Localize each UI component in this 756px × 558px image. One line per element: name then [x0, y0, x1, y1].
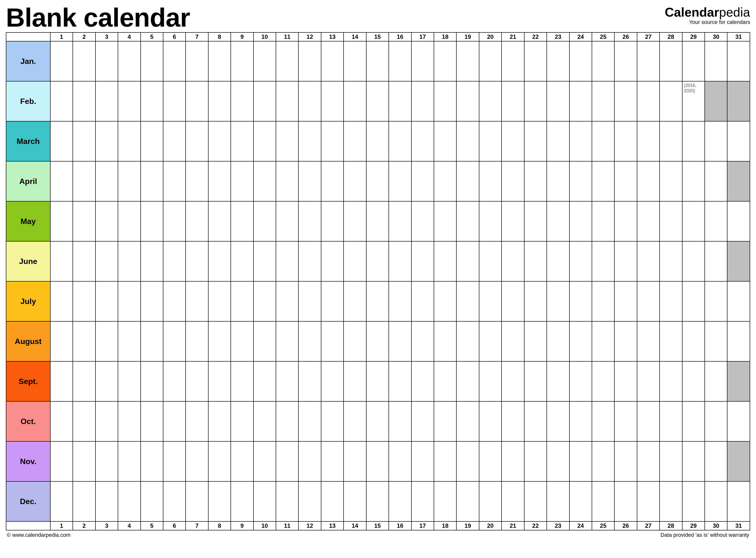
day-cell: [73, 81, 95, 121]
day-cell: [321, 121, 344, 161]
day-cell: [456, 161, 479, 201]
day-cell: [456, 401, 479, 441]
day-cell: [434, 81, 456, 121]
day-cell: [344, 361, 366, 401]
day-cell: [727, 41, 750, 81]
day-cell: [592, 161, 614, 201]
day-cell: [569, 81, 592, 121]
day-cell: [253, 161, 276, 201]
day-cell: [637, 441, 660, 481]
day-cell: [660, 161, 682, 201]
day-cell: [321, 441, 344, 481]
day-cell: [96, 401, 118, 441]
day-cell: [141, 241, 163, 281]
day-cell: [614, 361, 637, 401]
day-cell: [231, 241, 253, 281]
day-cell: [524, 201, 547, 241]
day-cell: [186, 441, 208, 481]
day-cell: [298, 401, 321, 441]
day-cell: [524, 401, 547, 441]
day-cell: [524, 81, 547, 121]
footer-day: 16: [389, 522, 411, 530]
month-row: June: [6, 241, 750, 281]
day-cell: [366, 441, 389, 481]
day-cell: [141, 481, 163, 522]
day-cell: [186, 361, 208, 401]
day-cell: [163, 441, 186, 481]
day-cell: [569, 41, 592, 81]
day-cell: [660, 281, 682, 321]
day-cell: [141, 441, 163, 481]
month-label: June: [6, 241, 50, 281]
header-day: 28: [660, 32, 682, 41]
day-cell: [547, 321, 569, 361]
day-cell: [141, 321, 163, 361]
day-cell: [321, 281, 344, 321]
day-cell: [321, 361, 344, 401]
day-cell: [253, 361, 276, 401]
day-cell: [479, 321, 502, 361]
day-cell: [502, 81, 524, 121]
footer-day: 18: [434, 522, 456, 530]
day-cell: [73, 161, 95, 201]
day-cell: [163, 481, 186, 522]
day-cell: [614, 441, 637, 481]
month-row: March: [6, 121, 750, 161]
day-cell: [614, 41, 637, 81]
day-cell: [637, 401, 660, 441]
footer-day: 5: [141, 522, 163, 530]
day-cell-disabled: [727, 81, 750, 121]
month-row: Jan.: [6, 41, 750, 81]
day-cell: [434, 281, 456, 321]
day-cell: [231, 161, 253, 201]
day-cell: [727, 281, 750, 321]
header-day: 5: [141, 32, 163, 41]
day-cell: [705, 281, 727, 321]
day-cell: [321, 321, 344, 361]
day-cell: [276, 161, 298, 201]
header-day: 24: [569, 32, 592, 41]
day-cell: [96, 41, 118, 81]
day-cell: [569, 161, 592, 201]
day-cell: [208, 321, 231, 361]
footer-day: 3: [96, 522, 118, 530]
day-cell: [253, 481, 276, 522]
day-cell: [637, 201, 660, 241]
month-row: May: [6, 201, 750, 241]
header-day: 17: [411, 32, 434, 41]
day-cell: [727, 481, 750, 522]
day-cell: [502, 41, 524, 81]
day-cell: [592, 441, 614, 481]
day-cell: [163, 281, 186, 321]
day-cell: [118, 441, 140, 481]
day-cell: [614, 81, 637, 121]
day-cell: [705, 441, 727, 481]
day-cell: [389, 161, 411, 201]
footer-day: 20: [479, 522, 502, 530]
header-day: 1: [50, 32, 73, 41]
day-cell: [547, 161, 569, 201]
footer-day: 15: [366, 522, 389, 530]
day-cell: [727, 201, 750, 241]
day-cell: [253, 241, 276, 281]
day-cell: [276, 321, 298, 361]
day-cell: [118, 481, 140, 522]
day-cell: [682, 121, 705, 161]
day-cell: [208, 201, 231, 241]
day-cell: [366, 241, 389, 281]
day-cell: [344, 321, 366, 361]
day-cell: [456, 321, 479, 361]
day-cell: [411, 241, 434, 281]
day-cell: [276, 281, 298, 321]
day-cell: [637, 321, 660, 361]
brand-name-rest: pedia: [719, 5, 750, 19]
month-label: Oct.: [6, 401, 50, 441]
day-cell: [50, 321, 73, 361]
day-cell: [614, 321, 637, 361]
day-cell: [231, 481, 253, 522]
day-cell: [434, 481, 456, 522]
day-cell: [456, 201, 479, 241]
footer-day: 7: [186, 522, 208, 530]
day-cell: [163, 241, 186, 281]
day-cell: [253, 281, 276, 321]
